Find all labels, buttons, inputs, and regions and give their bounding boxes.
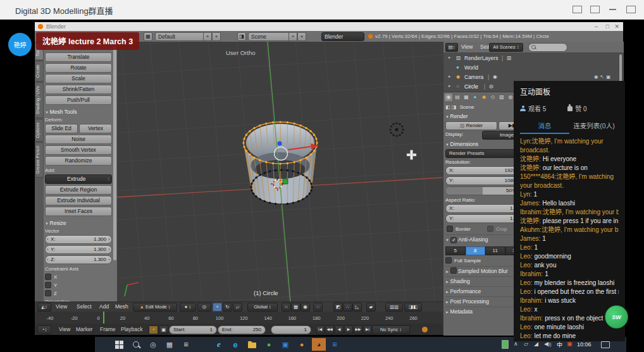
- mesh-tools-panel-header[interactable]: Mesh Tools: [45, 109, 112, 115]
- timeline-menu-view[interactable]: View: [59, 326, 70, 332]
- taskbar-blender-active-icon[interactable]: ◕: [312, 338, 326, 351]
- streamer-avatar[interactable]: 艳婷: [8, 33, 32, 56]
- volume-icon[interactable]: ◀)): [544, 341, 552, 347]
- play-reverse-icon[interactable]: ◀: [335, 325, 344, 334]
- orientation-dropdown[interactable]: Global ↕: [247, 303, 278, 312]
- viewport-shading-icon[interactable]: ● ↕: [180, 303, 196, 312]
- add-layout-icon[interactable]: +: [203, 32, 212, 41]
- notifications-icon[interactable]: [601, 341, 610, 349]
- timeline-editor-icon[interactable]: ◔↕: [37, 325, 51, 334]
- proportional-edit-icon[interactable]: ◌: [313, 303, 323, 312]
- duplicate-window-icon[interactable]: [590, 6, 600, 13]
- previous-keyframe-icon[interactable]: ◀◀: [325, 325, 334, 334]
- floating-action-button[interactable]: SW: [605, 305, 628, 329]
- resize-z-field[interactable]: Z:1.300: [45, 255, 112, 264]
- toolshelf-tab-options[interactable]: Options: [35, 119, 44, 142]
- taskbar-search-icon[interactable]: [131, 339, 141, 349]
- restrict-icons[interactable]: ◉↖▣: [594, 74, 612, 80]
- full-sample-checkbox[interactable]: [445, 257, 452, 264]
- properties-tab-object-icon[interactable]: ◆: [480, 94, 488, 101]
- properties-tab-modifiers-icon[interactable]: ◇: [489, 94, 497, 101]
- restore-icon[interactable]: [626, 6, 636, 13]
- snap-target-icon[interactable]: ◉: [300, 303, 310, 312]
- resize-x-field[interactable]: X:1.300: [45, 235, 112, 244]
- screen-layout-icon[interactable]: ▦: [144, 32, 152, 41]
- tab-call-list[interactable]: 连麦列表(0人): [569, 121, 619, 134]
- translate-button[interactable]: Translate: [45, 52, 112, 62]
- tray-app-icon[interactable]: ▣: [567, 341, 573, 347]
- network-icon[interactable]: ◢: [534, 341, 538, 347]
- timeline-ruler[interactable]: -40-200204060801001201401601802002202402…: [35, 312, 443, 324]
- anti-aliasing-header[interactable]: Anti-Aliasing: [458, 236, 488, 243]
- blender-close-icon[interactable]: ✕: [614, 23, 619, 30]
- viewport-menu-add[interactable]: Add: [99, 303, 109, 310]
- snap-magnet-icon[interactable]: ∩: [282, 303, 291, 312]
- taskbar-app-blue-2-icon[interactable]: ⊞: [330, 339, 340, 349]
- anti-aliasing-checkbox[interactable]: ✓: [450, 237, 457, 243]
- viewport-menu-view[interactable]: View: [56, 303, 67, 310]
- taskbar-start-icon[interactable]: [114, 339, 124, 349]
- toolshelf-tab-create[interactable]: Create: [35, 61, 44, 82]
- outliner-editor-icon[interactable]: ▤↕: [445, 43, 458, 52]
- crop-checkbox[interactable]: [487, 226, 493, 232]
- inset-faces-button[interactable]: Inset Faces: [45, 207, 112, 216]
- jump-to-start-icon[interactable]: |◀: [316, 325, 325, 334]
- shrink-fatten-button[interactable]: Shrink/Fatten: [45, 85, 112, 94]
- aa-sample-8[interactable]: 8: [466, 246, 486, 255]
- screen-layout-dropdown[interactable]: Default: [155, 32, 207, 41]
- cylinder-mesh[interactable]: [242, 121, 318, 205]
- taskbar-task-view-icon[interactable]: ▦: [164, 339, 175, 349]
- scene-dropdown[interactable]: Scene: [248, 32, 292, 41]
- taskbar-people-icon[interactable]: ⊞: [181, 339, 191, 349]
- randomize-button[interactable]: Randomize: [45, 156, 112, 166]
- manipulator-rotate-icon[interactable]: ↻: [223, 303, 232, 312]
- outliner-row-world[interactable]: ● World: [443, 63, 624, 73]
- timeline-menu-playback[interactable]: Playback: [121, 326, 143, 332]
- current-frame-marker[interactable]: [103, 312, 104, 324]
- mode-dropdown[interactable]: ▲ Edit Mode ↕: [133, 303, 177, 312]
- viewport-menu-select[interactable]: Select: [77, 303, 92, 310]
- render-button[interactable]: ▨ Render: [445, 121, 497, 130]
- add-scene-icon[interactable]: +: [288, 32, 297, 41]
- properties-tab-render-layers-icon[interactable]: ▤: [454, 94, 461, 101]
- close-layout-icon[interactable]: ×: [212, 32, 221, 41]
- occlude-geometry-icon[interactable]: ◩: [333, 303, 343, 312]
- keying-set-icon[interactable]: ▣: [159, 325, 168, 334]
- chat-message-list[interactable]: Lyn:沈艳婷, I'm watching your broadcast.沈艳婷…: [520, 137, 619, 338]
- current-frame-field[interactable]: 1: [271, 325, 311, 334]
- edge-select-icon[interactable]: ◺: [352, 303, 362, 312]
- properties-tab-data-icon[interactable]: ▧: [498, 94, 505, 101]
- opengl-render-icon[interactable]: ◨◧: [404, 303, 422, 312]
- constraint-y-checkbox[interactable]: [45, 282, 51, 288]
- pivot-center-icon[interactable]: ◎: [197, 303, 211, 312]
- outliner-scope-dropdown[interactable]: All Scenes ↕: [489, 43, 523, 52]
- jump-to-end-icon[interactable]: ▶|: [363, 325, 372, 334]
- frame-end-field[interactable]: End:250: [218, 325, 266, 334]
- toolshelf-tab-grease-pencil[interactable]: Grease Pencil: [35, 142, 44, 178]
- constraint-x-checkbox[interactable]: [45, 274, 51, 280]
- frame-start-field[interactable]: Start:1: [169, 325, 217, 334]
- clock[interactable]: 10:06: [577, 341, 591, 348]
- taskbar-file-explorer-icon[interactable]: [247, 339, 257, 349]
- timeline-menu-frame[interactable]: Frame: [100, 326, 116, 332]
- resolution-scale-slider[interactable]: 50%: [445, 186, 520, 195]
- taskbar-app-blue-icon[interactable]: ▣: [280, 339, 290, 349]
- next-keyframe-icon[interactable]: ▶▶: [354, 325, 362, 334]
- manipulator-translate-icon[interactable]: +: [213, 303, 222, 312]
- properties-tab-render-icon[interactable]: ◉: [445, 94, 452, 101]
- auto-keyframe-icon[interactable]: ◔: [149, 325, 158, 334]
- play-icon[interactable]: ▶: [344, 325, 353, 334]
- toolshelf-tab-shading-uvs[interactable]: Shading / UVs: [35, 82, 44, 118]
- tab-messages[interactable]: 消息: [520, 121, 569, 134]
- border-checkbox[interactable]: [447, 226, 453, 232]
- outliner-menu-view[interactable]: View: [461, 44, 473, 50]
- extrude-region-button[interactable]: Extrude Region: [45, 185, 112, 195]
- blender-maximize-icon[interactable]: □: [606, 23, 609, 30]
- taskbar-app-green-icon[interactable]: ●: [264, 339, 274, 349]
- resize-operator-header[interactable]: Resize: [45, 220, 112, 226]
- smb-checkbox[interactable]: [450, 267, 457, 274]
- editor-type-icon[interactable]: ◭↕: [37, 303, 51, 312]
- resize-y-field[interactable]: Y:1.300: [45, 245, 112, 254]
- extrude-individual-button[interactable]: Extrude Individual: [45, 196, 112, 205]
- rotate-button[interactable]: Rotate: [45, 63, 112, 73]
